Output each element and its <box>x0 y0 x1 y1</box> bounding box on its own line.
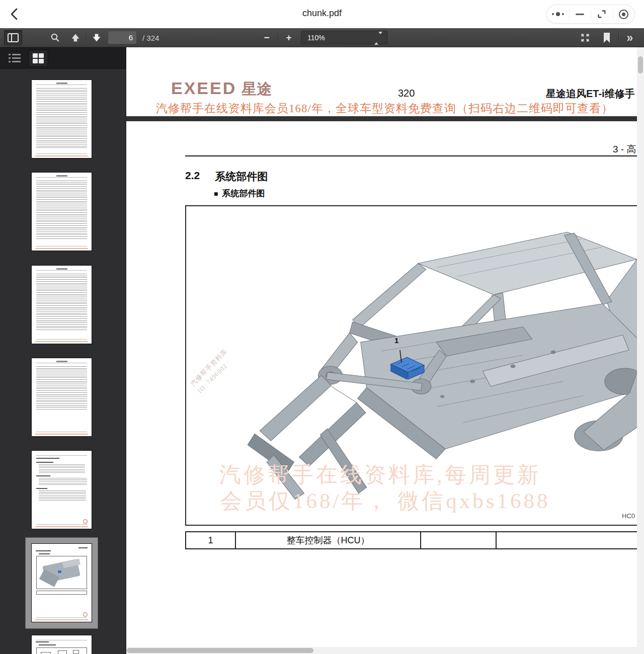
thumbnail-page-5[interactable] <box>31 450 92 529</box>
thumbnail-page-2[interactable] <box>31 172 92 251</box>
window-capsule <box>546 5 635 24</box>
thumb-decoration <box>36 363 87 363</box>
thumb-ad-line <box>35 434 88 435</box>
search-button[interactable] <box>46 30 63 45</box>
thumb-decoration <box>36 617 87 618</box>
thumbnail-page-6-selected[interactable] <box>25 537 98 629</box>
vertical-scrollbar-track[interactable] <box>637 47 644 654</box>
zoom-in-button[interactable]: + <box>280 30 298 45</box>
app-titlebar: chunk.pdf <box>0 0 644 28</box>
thumbnails-view-button[interactable] <box>28 49 48 67</box>
secondary-toolbar-button[interactable]: » <box>621 30 639 45</box>
footer-ad-line: 汽修帮手在线资料库会员168/年，全球车型资料免费查询（扫码右边二维码即可查看） <box>156 101 613 116</box>
presentation-mode-button[interactable] <box>577 30 594 45</box>
zoom-level-select[interactable]: 110% <box>301 31 387 44</box>
horizontal-scrollbar-thumb[interactable] <box>127 648 313 653</box>
thumb-heading <box>39 553 50 554</box>
thumb-heading <box>36 475 50 476</box>
thumb-decoration <box>78 547 88 548</box>
dot-icon <box>562 13 564 15</box>
plus-icon: + <box>286 32 291 43</box>
thumb-heading <box>36 488 47 489</box>
pdf-sidebar <box>0 47 126 654</box>
thumbnail-page-3[interactable] <box>31 265 92 344</box>
thumb-diagram-block <box>41 652 51 654</box>
thumb-heading <box>36 550 51 551</box>
exeed-logo: EXEED星途 <box>171 78 272 100</box>
thumb-diagram-block <box>58 650 67 654</box>
thumb-decoration <box>36 640 87 640</box>
black-square-bullet: ■ <box>214 190 218 198</box>
footer-page-number: 320 <box>398 88 415 99</box>
section-number: 2.2 <box>185 170 200 184</box>
sidebar-icon <box>8 33 19 42</box>
thumb-decoration <box>36 85 87 85</box>
restore-corners-icon <box>596 9 607 20</box>
thumb-diagram-box <box>36 647 87 654</box>
next-page-button[interactable] <box>89 30 105 45</box>
toggle-sidebar-button[interactable] <box>4 30 22 45</box>
page-header-right: 3 - 高 <box>613 143 636 156</box>
previous-page-button[interactable] <box>67 30 84 45</box>
pdf-viewport[interactable]: EXEED星途 320 星途追风ET-i维修手 汽修帮手在线资料库会员168/年… <box>126 47 637 654</box>
zoom-out-button[interactable]: − <box>258 30 276 45</box>
thumb-toc-lines <box>36 181 87 240</box>
parts-table: 1 整车控制器（HCU） <box>185 531 637 549</box>
thumb-heading <box>39 644 56 645</box>
thumb-heading <box>36 458 59 459</box>
thumb-ad-line <box>35 526 88 528</box>
thumb-decoration <box>36 270 87 271</box>
thumb-ad-line <box>35 619 88 621</box>
double-chevron-icon: » <box>627 32 633 44</box>
arrow-up-icon <box>70 33 80 43</box>
exit-record-button[interactable] <box>613 5 635 23</box>
more-options-button[interactable] <box>547 5 569 23</box>
figure-code: HC0 <box>622 512 635 520</box>
search-icon <box>50 33 60 43</box>
thumb-decoration <box>56 268 67 270</box>
thumb-figure-box <box>36 556 87 589</box>
thumbnail-page-6[interactable] <box>31 543 92 622</box>
thumb-toc-lines <box>36 274 87 330</box>
float-window-button[interactable] <box>591 5 613 23</box>
thumb-table-row <box>36 591 87 595</box>
horizontal-scrollbar-track[interactable] <box>126 647 644 654</box>
thumb-decoration <box>36 432 87 433</box>
table-cell-name: 整车控制器（HCU） <box>236 532 421 548</box>
thumb-decoration <box>36 455 87 456</box>
minimize-button[interactable] <box>569 5 591 23</box>
thumbnail-page-1[interactable] <box>31 79 92 158</box>
thumb-toc-lines <box>36 366 87 411</box>
dot-icon <box>556 12 560 16</box>
page-number-input[interactable] <box>108 31 137 44</box>
divider <box>278 33 278 42</box>
table-cell-index: 1 <box>186 532 236 548</box>
outline-icon <box>9 53 21 64</box>
thumb-ad-line <box>35 248 88 250</box>
thumb-ad-line <box>35 341 88 343</box>
thumb-decoration <box>36 339 87 340</box>
thumb-paragraph <box>39 478 87 486</box>
bookmark-icon <box>603 32 611 43</box>
thumbnail-page-4[interactable] <box>31 358 92 437</box>
section-title: 系统部件图 <box>215 170 268 184</box>
vertical-scrollbar-thumb[interactable] <box>638 56 643 73</box>
thumb-stamp <box>83 612 88 617</box>
bookmark-button[interactable] <box>599 30 615 45</box>
big-watermark-line2: 会员仅168/年， 微信qxbs1688 <box>220 486 550 516</box>
page-count-label: / 324 <box>142 34 159 42</box>
thumb-heading <box>36 641 49 642</box>
outline-view-button[interactable] <box>6 49 23 67</box>
exeed-logo-cn: 星途 <box>242 80 272 97</box>
thumb-decoration <box>56 175 67 177</box>
thumb-paragraph <box>39 464 85 473</box>
header-rule <box>185 155 637 156</box>
thumb-diagram-block <box>73 650 79 654</box>
thumb-toc-lines <box>36 88 87 149</box>
thumbnail-page-7[interactable] <box>31 635 92 654</box>
thumb-decoration <box>56 83 67 84</box>
footer-doc-title: 星途追风ET-i维修手 <box>546 87 635 101</box>
select-arrows-icon <box>374 34 382 42</box>
sidebar-view-switcher <box>0 47 126 69</box>
minimize-icon <box>576 14 584 15</box>
